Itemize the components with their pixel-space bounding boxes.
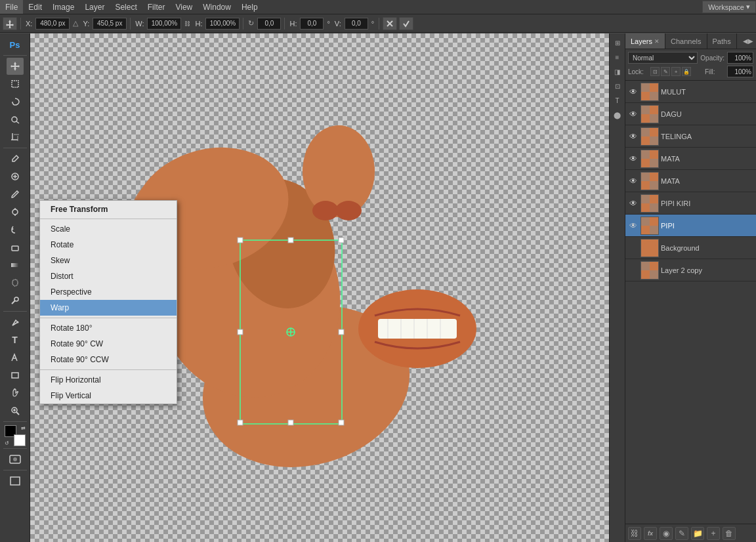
svg-point-48	[335, 201, 362, 220]
opacity-input[interactable]	[727, 52, 753, 64]
screen-mode-tool[interactable]	[7, 472, 24, 490]
ctx-rotate[interactable]: Rotate	[40, 237, 177, 253]
side-icon-3[interactable]: ◨	[611, 65, 624, 78]
lock-position-icon[interactable]: +	[671, 67, 681, 76]
x-coord-input[interactable]	[35, 18, 70, 30]
menu-filter[interactable]: Filter	[142, 0, 171, 14]
ctx-rotate-90ccw[interactable]: Rotate 90° CCW	[40, 352, 177, 367]
h-input[interactable]	[205, 18, 240, 30]
dodge-tool[interactable]	[7, 292, 24, 309]
layer-visibility-mata-1[interactable]: 👁	[628, 154, 639, 164]
delete-layer-icon[interactable]: 🗑	[723, 527, 736, 540]
ctx-scale[interactable]: Scale	[40, 221, 177, 237]
eyedropper-tool[interactable]	[7, 150, 24, 167]
background-color[interactable]	[14, 434, 26, 446]
add-mask-icon[interactable]: ◉	[660, 527, 673, 540]
fill-input[interactable]	[727, 66, 753, 77]
side-icon-5[interactable]: T	[611, 94, 624, 107]
ctx-distort[interactable]: Distort	[40, 268, 177, 284]
layer-item-mata-2[interactable]: 👁 MATA	[625, 170, 756, 192]
path-selection-tool[interactable]	[7, 349, 24, 366]
default-colors-icon[interactable]: ↺	[5, 440, 9, 446]
history-brush-tool[interactable]	[7, 221, 24, 238]
tab-paths[interactable]: Paths	[707, 33, 737, 49]
ctx-free-transform[interactable]: Free Transform	[40, 201, 177, 217]
menu-help[interactable]: Help	[236, 0, 263, 14]
layer-item-pipi[interactable]: 👁 PIPI	[625, 215, 756, 237]
w-input[interactable]	[147, 18, 181, 30]
layer-visibility-pipi[interactable]: 👁	[628, 220, 639, 231]
type-tool[interactable]: T	[7, 331, 24, 348]
new-group-icon[interactable]: 📁	[691, 527, 704, 540]
layer-item-background[interactable]: 👁 Background	[625, 237, 756, 259]
adjustment-layer-icon[interactable]: ✎	[675, 527, 688, 540]
layer-item-telinga[interactable]: 👁 TELINGA	[625, 125, 756, 148]
menu-image[interactable]: Image	[47, 0, 79, 14]
swap-colors-icon[interactable]: ⇄	[21, 425, 26, 431]
rotate-input[interactable]	[257, 18, 281, 30]
layer-item-pipi-kiri[interactable]: 👁 PIPI KIRI	[625, 192, 756, 215]
menu-edit[interactable]: Edit	[23, 0, 47, 14]
rectangular-marquee-tool[interactable]	[7, 75, 24, 93]
ctx-rotate-180[interactable]: Rotate 180°	[40, 320, 177, 336]
lasso-tool[interactable]	[7, 93, 24, 110]
lock-image-icon[interactable]: ✎	[661, 67, 670, 76]
brush-tool[interactable]	[7, 186, 24, 203]
y-coord-input[interactable]	[93, 18, 127, 30]
crop-tool[interactable]	[7, 129, 24, 146]
tab-layers-close[interactable]: ✕	[654, 38, 660, 45]
v-input[interactable]	[345, 18, 368, 30]
menu-view[interactable]: View	[170, 0, 198, 14]
link-layers-icon[interactable]: ⛓	[628, 527, 641, 540]
lock-all-icon[interactable]: 🔒	[682, 67, 691, 76]
cancel-transform-icon[interactable]	[383, 17, 397, 30]
layer-item-mata-1[interactable]: 👁 MATA	[625, 148, 756, 170]
ctx-rotate-90cw[interactable]: Rotate 90° CW	[40, 336, 177, 352]
ctx-perspective[interactable]: Perspective	[40, 284, 177, 300]
ctx-flip-vertical[interactable]: Flip Vertical	[40, 388, 177, 404]
layer-visibility-pipi-kiri[interactable]: 👁	[628, 198, 639, 209]
side-icon-6[interactable]: ⬤	[611, 108, 624, 121]
side-icon-4[interactable]: ⊡	[611, 79, 624, 93]
blend-mode-select[interactable]: Normal Multiply Screen	[628, 52, 698, 64]
move-tool-icon[interactable]	[3, 17, 17, 30]
layer-visibility-mulut[interactable]: 👁	[628, 87, 639, 97]
gradient-tool[interactable]	[7, 257, 24, 274]
ctx-flip-horizontal[interactable]: Flip Horizontal	[40, 372, 177, 388]
foreground-background-colors[interactable]: ⇄ ↺	[5, 425, 26, 446]
layer-visibility-telinga[interactable]: 👁	[628, 131, 639, 142]
rectangle-shape-tool[interactable]	[7, 367, 24, 384]
workspace-button[interactable]: Workspace ▾	[702, 1, 756, 13]
lock-transparent-icon[interactable]: ⊡	[650, 67, 660, 76]
pen-tool[interactable]	[7, 314, 24, 331]
ctx-warp[interactable]: Warp	[40, 300, 177, 316]
add-fx-icon[interactable]: fx	[644, 527, 657, 540]
menu-window[interactable]: Window	[198, 0, 236, 14]
layer-item-mulut[interactable]: 👁 MULUT	[625, 81, 756, 103]
menu-select[interactable]: Select	[110, 0, 142, 14]
commit-transform-icon[interactable]	[399, 17, 413, 30]
menu-layer[interactable]: Layer	[79, 0, 110, 14]
zoom-tool[interactable]	[7, 402, 24, 419]
move-tool[interactable]	[7, 58, 24, 75]
new-layer-icon[interactable]: +	[707, 527, 720, 540]
clone-stamp-tool[interactable]	[7, 203, 24, 220]
h2-input[interactable]	[300, 18, 324, 30]
tab-channels[interactable]: Channels	[665, 33, 707, 49]
blur-tool[interactable]	[7, 274, 24, 291]
hand-tool[interactable]	[7, 385, 24, 402]
layer-item-layer2copy[interactable]: 👁 Layer 2 copy	[625, 259, 756, 281]
quick-mask-tool[interactable]	[7, 451, 24, 468]
menu-file[interactable]: File	[0, 0, 23, 14]
layer-visibility-dagu[interactable]: 👁	[628, 109, 639, 119]
layer-visibility-mata-2[interactable]: 👁	[628, 176, 639, 186]
side-icon-2[interactable]: ≡	[611, 51, 624, 64]
eraser-tool[interactable]	[7, 239, 24, 256]
side-icon-1[interactable]: ⊞	[611, 36, 624, 49]
tab-layers[interactable]: Layers ✕	[625, 33, 665, 49]
ctx-skew[interactable]: Skew	[40, 253, 177, 268]
spot-healing-tool[interactable]	[7, 168, 24, 185]
panel-arrow-icon[interactable]: ◀▶	[740, 37, 756, 45]
quick-selection-tool[interactable]	[7, 111, 24, 128]
layer-item-dagu[interactable]: 👁 DAGU	[625, 103, 756, 125]
